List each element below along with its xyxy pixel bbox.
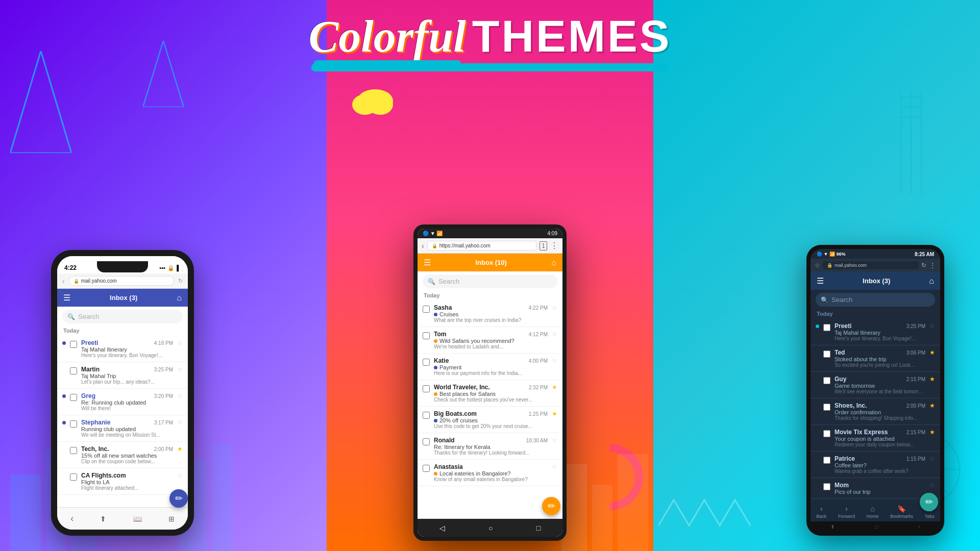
email-row-left-3[interactable]: Stephanie 3:17 PM Running club updated W… (57, 415, 188, 442)
email-row-left-4[interactable]: Tech, Inc. 2:00 PM 15% off all new smart… (57, 442, 188, 468)
bookmarks-nav-right[interactable]: 🔖 Bookmarks (890, 505, 913, 519)
hamburger-icon-left[interactable]: ☰ (63, 293, 70, 303)
email-row-left-0[interactable]: Preeti 4:18 PM Taj Mahal Itinerary Here'… (57, 336, 188, 362)
star-0[interactable]: ☆ (177, 339, 183, 346)
search-bar-right[interactable]: 🔍 Search (816, 293, 935, 307)
email-row-right-5[interactable]: Patrice 1:15 PM Coffee later? Wanna grab… (811, 452, 940, 478)
fab-middle[interactable]: ✏ (542, 497, 560, 515)
browser-bar-right[interactable]: ☆ 🔒 mail.yahoo.com ↻ ⋮ (811, 259, 940, 272)
chk-mid-4[interactable] (423, 412, 430, 419)
fab-left[interactable]: ✏ (169, 489, 188, 508)
email-row-left-5[interactable]: CA Flights.com Flight to LA Flight itine… (57, 468, 188, 495)
more-icon-right[interactable]: ⋮ (929, 261, 936, 269)
star-icon-right[interactable]: ☆ (815, 262, 820, 269)
email-row-mid-1[interactable]: Tom 4:12 PM Wild Safaris you recommend? … (418, 327, 562, 354)
star-mid-0[interactable]: ☆ (552, 304, 557, 311)
email-checkbox-4[interactable] (70, 447, 77, 454)
star-2[interactable]: ☆ (177, 392, 183, 399)
email-checkbox-1[interactable] (70, 367, 77, 374)
search-bar-middle[interactable]: 🔍 Search (423, 274, 557, 288)
email-row-mid-6[interactable]: Anastasia Local eateries in Bangalore? K… (418, 460, 562, 486)
back-nav-left[interactable]: ‹ (70, 513, 74, 524)
back-btn-left[interactable]: ‹ (62, 277, 65, 285)
star-r2[interactable]: ★ (929, 375, 935, 383)
forward-nav-right[interactable]: › Forward (838, 505, 855, 519)
star-5[interactable]: ☆ (177, 472, 183, 479)
home-icon-right[interactable]: ⌂ (929, 277, 934, 286)
refresh-icon-left[interactable]: ↻ (178, 278, 183, 284)
email-row-mid-0[interactable]: Sasha 4:22 PM Cruises What are the top r… (418, 300, 562, 327)
chk-mid-1[interactable] (423, 332, 430, 339)
search-bar-left[interactable]: 🔍 Search (62, 310, 183, 323)
chk-r5[interactable] (823, 457, 830, 464)
browser-bar-left[interactable]: ‹ 🔒 mail.yahoo.com ↻ (57, 273, 188, 289)
email-checkbox-5[interactable] (70, 473, 77, 481)
chk-r1[interactable] (823, 350, 830, 358)
url-bar-left[interactable]: 🔒 mail.yahoo.com (69, 276, 174, 286)
email-row-right-2[interactable]: Guy 2:15 PM Game tomorrow We'll see ever… (811, 372, 940, 398)
email-row-right-4[interactable]: Movie Tix Express 2:15 PM Your coupon is… (811, 425, 940, 452)
chk-r2[interactable] (823, 377, 830, 384)
home-icon-left[interactable]: ⌂ (177, 293, 182, 303)
email-row-mid-3[interactable]: World Traveler, Inc. 2:32 PM Best places… (418, 380, 562, 407)
chk-mid-5[interactable] (423, 438, 430, 445)
browser-bar-middle[interactable]: ‹ 🔒 https://mail.yahoo.com 1 ⋮ (418, 238, 562, 254)
star-r6[interactable]: ☆ (929, 482, 935, 489)
star-mid-6[interactable]: ☆ (552, 463, 557, 470)
home-icon-middle[interactable]: ⌂ (551, 258, 556, 267)
chk-mid-2[interactable] (423, 359, 430, 366)
chk-mid-6[interactable] (423, 465, 430, 472)
gesture-back[interactable]: ‹ (918, 524, 920, 530)
bookmarks-nav-left[interactable]: 📖 (133, 515, 142, 523)
star-mid-3[interactable]: ★ (552, 384, 557, 391)
star-r4[interactable]: ★ (929, 429, 935, 436)
back-nav-right[interactable]: ‹ Back (816, 505, 826, 519)
email-row-right-0[interactable]: Preeti 3:25 PM Taj Mahal Itinerary Here'… (811, 319, 940, 345)
gesture-home[interactable]: □ (875, 524, 878, 530)
gesture-share[interactable]: ⬆ (830, 524, 835, 530)
chk-r6[interactable] (823, 483, 830, 490)
chk-r4[interactable] (823, 430, 830, 437)
email-checkbox-0[interactable] (70, 341, 77, 348)
email-row-mid-4[interactable]: Big Boats.com 1:25 PM 20% off cruises Us… (418, 407, 562, 433)
star-mid-2[interactable]: ☆ (552, 357, 557, 364)
email-row-mid-5[interactable]: Ronald 10:30 AM Re: Itinerary for Kerala… (418, 433, 562, 460)
email-row-left-1[interactable]: Martin 3:25 PM Taj Mahal Trip Let's plan… (57, 362, 188, 389)
hamburger-icon-middle[interactable]: ☰ (424, 258, 431, 267)
android-back[interactable]: ◁ (439, 524, 445, 532)
fab-right[interactable]: ✏ (920, 493, 938, 511)
share-nav-left[interactable]: ⬆ (100, 515, 106, 523)
email-row-right-6[interactable]: Mom Pics of our trip ☆ (811, 478, 940, 499)
email-row-right-3[interactable]: Shoes, Inc. 2:00 PM Order confirmation T… (811, 398, 940, 425)
android-home[interactable]: ○ (488, 524, 493, 532)
star-4[interactable]: ★ (177, 445, 183, 453)
email-row-left-2[interactable]: Greg 3:20 PM Re: Running club updated Wi… (57, 389, 188, 415)
star-mid-5[interactable]: ☆ (552, 437, 557, 444)
chk-r0[interactable] (823, 324, 830, 331)
star-mid-4[interactable]: ★ (552, 410, 557, 417)
star-r5[interactable]: ☆ (929, 455, 935, 462)
star-r0[interactable]: ☆ (929, 322, 935, 330)
email-checkbox-3[interactable] (70, 420, 77, 428)
email-row-right-1[interactable]: Ted 3:06 PM Stoked about the trip So exc… (811, 345, 940, 372)
chk-mid-0[interactable] (423, 306, 430, 313)
star-r3[interactable]: ★ (929, 402, 935, 409)
email-row-mid-2[interactable]: Katie 4:00 PM Payment Here is our paymen… (418, 354, 562, 380)
tabs-nav-left[interactable]: ⊞ (168, 515, 175, 523)
chk-r3[interactable] (823, 404, 830, 411)
back-btn-middle[interactable]: ‹ (422, 242, 424, 250)
star-mid-1[interactable]: ☆ (552, 331, 557, 338)
hamburger-icon-right[interactable]: ☰ (817, 276, 824, 286)
star-r1[interactable]: ★ (929, 349, 935, 356)
star-1[interactable]: ☆ (177, 366, 183, 373)
menu-icon-middle[interactable]: ⋮ (550, 241, 558, 251)
tab-icon-middle[interactable]: 1 (540, 241, 547, 251)
android-recents[interactable]: □ (536, 524, 541, 532)
chk-mid-3[interactable] (423, 385, 430, 392)
refresh-icon-right[interactable]: ↻ (921, 262, 926, 269)
star-3[interactable]: ☆ (177, 419, 183, 426)
email-checkbox-2[interactable] (70, 394, 77, 401)
home-nav-right[interactable]: ⌂ Home (866, 505, 878, 519)
url-bar-middle[interactable]: 🔒 https://mail.yahoo.com (427, 241, 537, 251)
url-bar-right[interactable]: 🔒 mail.yahoo.com (823, 261, 919, 269)
